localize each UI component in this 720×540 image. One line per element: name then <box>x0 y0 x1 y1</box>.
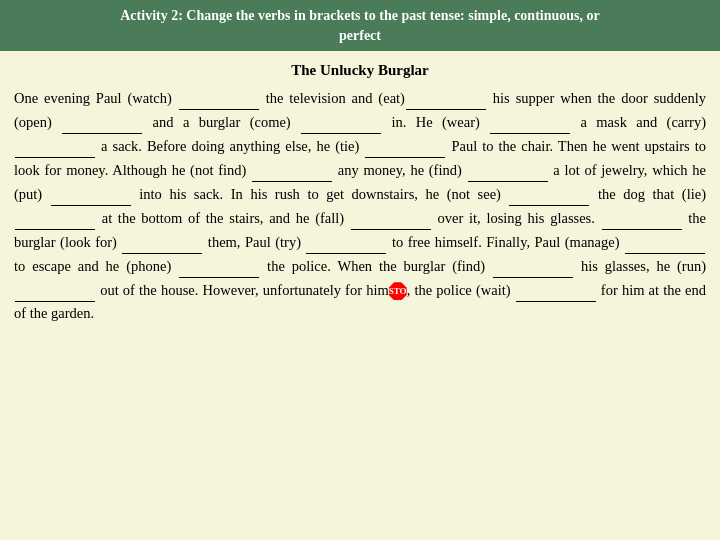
blank-7 <box>365 134 445 158</box>
blank-10 <box>51 182 131 206</box>
blank-17 <box>625 230 705 254</box>
story-body: One evening Paul (watch) the television … <box>14 86 706 324</box>
blank-6 <box>15 134 95 158</box>
blank-20 <box>15 278 95 302</box>
blank-16 <box>306 230 386 254</box>
stop-sign-icon: STOP <box>389 282 407 298</box>
header-line2: perfect <box>339 28 381 43</box>
blank-13 <box>351 206 431 230</box>
blank-3 <box>62 110 142 134</box>
blank-18 <box>179 254 259 278</box>
blank-12 <box>15 206 95 230</box>
blank-9 <box>468 158 548 182</box>
blank-14 <box>602 206 682 230</box>
page: Activity 2: Change the verbs in brackets… <box>0 0 720 540</box>
blank-21 <box>516 278 596 302</box>
content-area: The Unlucky Burglar One evening Paul (wa… <box>0 51 720 540</box>
blank-11 <box>509 182 589 206</box>
blank-15 <box>122 230 202 254</box>
blank-5 <box>490 110 570 134</box>
blank-8 <box>252 158 332 182</box>
header-line1: Activity 2: Change the verbs in brackets… <box>120 8 599 23</box>
blank-2 <box>406 86 486 110</box>
blank-4 <box>301 110 381 134</box>
blank-19 <box>493 254 573 278</box>
blank-1 <box>179 86 259 110</box>
activity-header: Activity 2: Change the verbs in brackets… <box>0 0 720 51</box>
story-title: The Unlucky Burglar <box>14 59 706 82</box>
